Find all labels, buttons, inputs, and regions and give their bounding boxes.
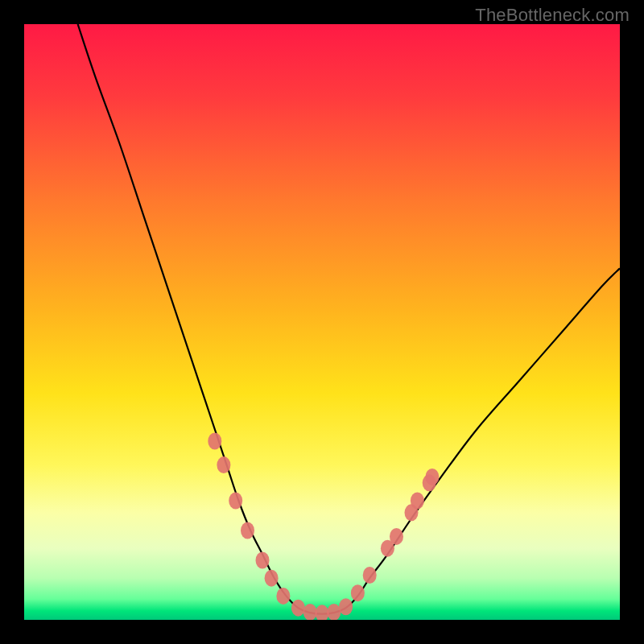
marker-dot <box>303 604 317 620</box>
marker-dot <box>229 493 242 510</box>
marker-dot <box>241 522 254 539</box>
marker-dot <box>217 456 230 473</box>
marker-dot <box>425 469 439 485</box>
marker-dot <box>351 584 365 601</box>
marker-dot <box>265 570 279 587</box>
marker-dot <box>339 598 353 615</box>
marker-dot <box>256 552 270 569</box>
chart-canvas <box>24 24 620 620</box>
marker-dot <box>390 528 403 545</box>
gradient-background <box>24 24 620 620</box>
marker-dot <box>327 604 341 620</box>
marker-dot <box>363 567 377 584</box>
plot-area <box>24 24 620 620</box>
marker-dot <box>208 433 221 450</box>
marker-dot <box>411 493 424 510</box>
outer-frame: TheBottleneck.com <box>0 0 644 644</box>
marker-dot <box>276 588 290 605</box>
marker-dot <box>291 600 305 617</box>
watermark-text: TheBottleneck.com <box>475 5 630 26</box>
